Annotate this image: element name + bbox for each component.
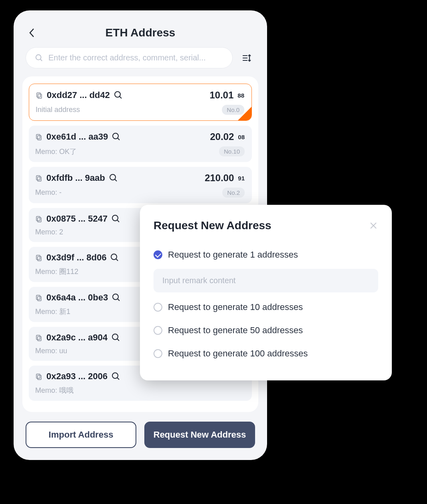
magnify-icon[interactable]: [112, 293, 121, 302]
sort-button[interactable]: [239, 50, 255, 66]
svg-point-31: [112, 334, 118, 340]
address-card[interactable]: 0xe61d ... aa3920.0208Memo: OK了No.10: [29, 126, 252, 162]
balance-decimals: 88: [237, 92, 244, 99]
address-row-sub: Memo: 哦哦: [35, 386, 245, 395]
svg-line-28: [118, 299, 120, 301]
magnify-icon[interactable]: [109, 174, 118, 182]
search-row: [14, 47, 267, 76]
svg-rect-21: [36, 255, 40, 260]
svg-line-20: [117, 220, 119, 222]
balance: 10.01: [210, 90, 233, 101]
footer: Import Address Request New Address: [14, 412, 267, 460]
svg-line-32: [117, 339, 119, 341]
svg-line-12: [118, 138, 120, 140]
search-input[interactable]: [48, 53, 223, 62]
address-short: 0xe61d ... aa39: [46, 132, 108, 142]
magnify-icon[interactable]: [112, 132, 121, 141]
svg-rect-13: [36, 176, 40, 180]
svg-rect-33: [36, 374, 40, 378]
radio-checked-icon[interactable]: [154, 250, 162, 259]
radio-option[interactable]: Request to generate 50 addresses: [154, 319, 378, 342]
memo-text: Memo: 哦哦: [35, 386, 245, 395]
serial-badge: No.2: [222, 188, 245, 198]
svg-rect-25: [36, 295, 40, 300]
radio-option[interactable]: Request to generate 10 addresses: [154, 296, 378, 319]
copy-icon[interactable]: [35, 294, 42, 301]
copy-icon[interactable]: [35, 334, 42, 341]
svg-point-0: [36, 54, 41, 60]
svg-rect-18: [38, 218, 41, 222]
search-field[interactable]: [26, 47, 233, 68]
svg-rect-17: [36, 216, 40, 221]
back-button[interactable]: [26, 27, 38, 39]
svg-line-24: [116, 259, 118, 261]
address-short: 0x2a93 ... 2006: [46, 371, 108, 382]
address-row-sub: Initial addressNo.0: [36, 105, 244, 115]
page-title: ETH Address: [38, 26, 243, 39]
address-row-main: 0xdd27 ... dd4210.0188: [36, 90, 244, 101]
svg-rect-10: [38, 136, 41, 140]
copy-icon[interactable]: [35, 133, 42, 140]
svg-point-11: [113, 133, 118, 139]
memo-text: Memo: -: [35, 188, 218, 197]
header: ETH Address: [14, 10, 267, 47]
serial-badge: No.10: [219, 146, 245, 156]
svg-rect-5: [37, 93, 40, 97]
svg-line-1: [40, 59, 42, 61]
sort-icon: [241, 52, 253, 64]
svg-rect-22: [38, 256, 41, 261]
modal-title: Request New Address: [154, 219, 369, 232]
radio-icon[interactable]: [154, 303, 162, 312]
svg-point-23: [111, 254, 117, 260]
address-short: 0xdd27 ... dd42: [47, 90, 110, 100]
close-button[interactable]: [369, 221, 378, 230]
close-icon: [369, 221, 378, 230]
magnify-icon[interactable]: [112, 214, 120, 223]
address-row-sub: Memo: OK了No.10: [35, 146, 245, 156]
copy-icon[interactable]: [36, 92, 43, 99]
svg-rect-29: [36, 335, 40, 340]
svg-line-8: [120, 96, 122, 98]
memo-text: Initial address: [36, 106, 218, 114]
magnify-icon[interactable]: [112, 372, 120, 381]
radio-option[interactable]: Request to generate 1 addresses: [154, 243, 378, 266]
remark-input[interactable]: [162, 276, 369, 285]
remark-field[interactable]: [154, 269, 378, 292]
address-card[interactable]: 0xdd27 ... dd4210.0188Initial addressNo.…: [29, 84, 252, 121]
svg-rect-6: [38, 94, 42, 98]
svg-rect-9: [36, 134, 40, 139]
address-short: 0x3d9f ... 8d06: [46, 252, 106, 263]
magnify-icon[interactable]: [110, 253, 119, 262]
radio-icon[interactable]: [154, 349, 162, 358]
address-card[interactable]: 0xfdfb ... 9aab210.0091Memo: -No.2: [29, 167, 252, 203]
svg-point-35: [112, 373, 118, 378]
search-icon: [35, 54, 44, 62]
selected-corner-icon: [238, 107, 251, 120]
balance: 20.02: [210, 131, 234, 142]
balance: 210.00: [205, 172, 234, 184]
magnify-icon[interactable]: [112, 333, 120, 342]
radio-label: Request to generate 10 addresses: [168, 302, 303, 312]
radio-option[interactable]: Request to generate 100 addresses: [154, 342, 378, 365]
radio-label: Request to generate 50 addresses: [168, 325, 303, 336]
svg-point-15: [110, 174, 116, 180]
balance-decimals: 08: [238, 134, 245, 140]
request-new-address-modal: Request New Address Request to generate …: [140, 205, 392, 380]
magnify-icon[interactable]: [114, 91, 123, 100]
radio-icon[interactable]: [154, 326, 162, 335]
radio-label: Request to generate 1 addresses: [168, 250, 298, 260]
copy-icon[interactable]: [35, 373, 42, 380]
request-new-address-button[interactable]: Request New Address: [144, 422, 255, 448]
svg-line-16: [115, 179, 117, 181]
svg-point-7: [115, 92, 120, 97]
import-address-button[interactable]: Import Address: [26, 422, 136, 448]
chevron-left-icon: [29, 28, 34, 38]
copy-icon[interactable]: [35, 174, 42, 182]
copy-icon[interactable]: [35, 215, 42, 222]
svg-point-19: [112, 215, 118, 221]
address-short: 0x0875 ... 5247: [46, 214, 108, 224]
copy-icon[interactable]: [35, 254, 42, 261]
modal-header: Request New Address: [154, 219, 378, 232]
memo-text: Memo: OK了: [35, 147, 215, 156]
balance-decimals: 91: [238, 175, 245, 182]
